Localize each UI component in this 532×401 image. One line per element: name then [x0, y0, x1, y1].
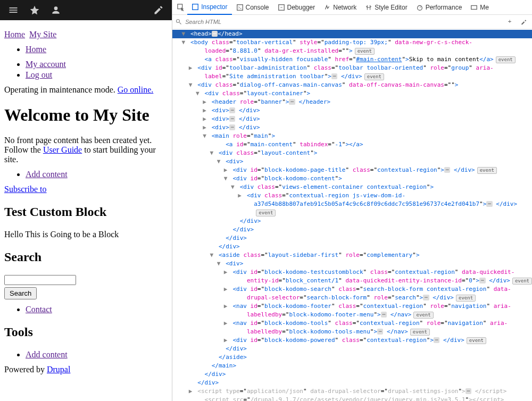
dom-row[interactable]: ▶ <nav id="block-kodomo-footer" class="c… [172, 302, 532, 311]
powered-link[interactable]: Drupal [47, 365, 70, 374]
dom-row[interactable]: ▼ <body class="toolbar-vertical" style="… [172, 38, 532, 47]
tools-add-content[interactable]: Add content [26, 350, 68, 359]
user-guide-link[interactable]: User Guide [43, 145, 82, 154]
rendered-page: Home My Site Home My account Log out Ope… [0, 0, 172, 401]
svg-point-6 [177, 19, 180, 22]
tab-console[interactable]: Console [232, 0, 273, 15]
element-picker-icon[interactable] [174, 0, 187, 15]
welcome-body: No front page content has been created y… [4, 136, 168, 164]
svg-rect-1 [193, 4, 198, 10]
dom-row[interactable]: </div> [172, 379, 532, 387]
tab-style-editor[interactable]: Style Editor [361, 0, 411, 15]
add-node-icon[interactable]: + [504, 16, 515, 27]
dom-row[interactable]: ▼ <head>⋯</head> [172, 30, 532, 38]
dom-row[interactable]: </main> [172, 362, 532, 370]
dom-row[interactable]: event [172, 208, 532, 217]
dom-row[interactable]: ▶ <div id="toolbar-administration" class… [172, 64, 532, 72]
dom-row[interactable]: a37d54b88b807afeb91c5b05af4c9c6c8f09c6dd… [172, 200, 532, 208]
maintenance-text: Operating in maintenance mode. [4, 85, 118, 94]
dom-row[interactable]: ▶ <div class="contextual-region js-view-… [172, 191, 532, 200]
admin-toolbar [0, 0, 172, 20]
dom-row[interactable]: ▶ <script type="application/json" data-d… [172, 387, 532, 396]
dom-row[interactable]: ▼ <div class="layout-container"> [172, 89, 532, 98]
breadcrumb-site[interactable]: My Site [29, 30, 56, 39]
search-input[interactable] [4, 275, 76, 285]
dom-tree[interactable]: ▼ <head>⋯</head> ▼ <body class="toolbar-… [172, 29, 532, 401]
dom-row[interactable]: ▶ <div id="block-kodomo-search" class="s… [172, 285, 532, 294]
svg-rect-2 [237, 4, 243, 10]
dom-row[interactable]: ▼ <div class="layout-content"> [172, 149, 532, 157]
dom-row[interactable]: ▼ <div> [172, 157, 532, 166]
tab-inspector[interactable]: Inspector [187, 0, 231, 15]
dom-row[interactable]: labelledby="block-kodomo-tools-menu">⋯ <… [172, 328, 532, 336]
dom-row[interactable]: </div> [172, 225, 532, 234]
nav-logout[interactable]: Log out [26, 70, 52, 79]
dom-row[interactable]: ▶ <div>⋯ </div> [172, 123, 532, 132]
tools-heading: Tools [4, 325, 168, 339]
dom-row[interactable]: </div> [172, 243, 532, 251]
dom-row[interactable]: ▶ <div>⋯ </div> [172, 115, 532, 123]
dom-row[interactable]: </div> [172, 370, 532, 379]
tab-performance[interactable]: Performance [412, 0, 467, 15]
breadcrumb: Home My Site [4, 30, 168, 39]
dom-row[interactable]: ▶ <div id="block-kodomo-powered" class="… [172, 336, 532, 345]
tab-more[interactable]: Me [466, 0, 493, 15]
custom-block-title: Test Custom Block [4, 205, 168, 219]
html-search-input[interactable] [185, 19, 501, 25]
dom-row[interactable]: drupal-selector="search-block-form" role… [172, 294, 532, 302]
dom-row[interactable]: ▼ <div class="views-element-container co… [172, 183, 532, 191]
star-icon[interactable] [26, 1, 44, 19]
powered-by: Powered by Drupal [4, 365, 168, 374]
nav-my-account[interactable]: My account [26, 60, 66, 69]
pencil-icon[interactable] [149, 1, 168, 19]
tab-debugger[interactable]: Debugger [273, 0, 320, 15]
dom-row[interactable]: loaded="8.881.0" data-gr-ext-installed="… [172, 47, 532, 55]
maintenance-notice: Operating in maintenance mode. Go online… [4, 85, 168, 95]
go-online-link[interactable]: Go online. [118, 85, 154, 94]
dom-row[interactable]: ▶ <div>⋯ </div> [172, 106, 532, 115]
dom-row[interactable]: label="Site administration toolbar">⋯ </… [172, 72, 532, 81]
user-nav: My account Log out [15, 60, 168, 80]
tools-nav: Add content [15, 350, 168, 360]
dom-row[interactable]: </div> [172, 217, 532, 225]
breadcrumb-home[interactable]: Home [4, 30, 25, 39]
dom-row[interactable]: ▼ <div id="block-kodomo-content"> [172, 174, 532, 183]
html-search-bar: + [172, 15, 532, 29]
dom-row[interactable]: ▶ <div id="block-kodomo-testcustomblock"… [172, 268, 532, 277]
subscribe-link[interactable]: Subscribe to [4, 185, 47, 194]
welcome-line2a: Follow the [4, 145, 43, 154]
add-content-link[interactable]: Add content [26, 170, 68, 179]
dom-row[interactable]: entity-id="block_content/1" data-quicked… [172, 277, 532, 285]
devtools-tabs: Inspector Console Debugger Network Style… [172, 0, 532, 15]
menu-icon[interactable] [4, 1, 22, 19]
dom-row[interactable]: ▶ <nav id="block-kodomo-tools" class="co… [172, 319, 532, 328]
dom-row[interactable]: </aside> [172, 353, 532, 362]
eyedropper-icon[interactable] [518, 16, 529, 27]
dom-row[interactable]: ▼ <main role="main"> [172, 132, 532, 140]
svg-rect-5 [471, 5, 477, 9]
dom-row[interactable]: </div> [172, 345, 532, 353]
dom-row[interactable]: ▶ <header role="banner">⋯ </header> [172, 98, 532, 106]
dom-row[interactable]: <a id="main-content" tabindex="-1"></a> [172, 140, 532, 149]
dom-row[interactable]: <a class="visually-hidden focusable" hre… [172, 55, 532, 64]
tab-network[interactable]: Network [319, 0, 361, 15]
search-button[interactable]: Search [4, 287, 37, 299]
powered-prefix: Powered by [4, 365, 47, 374]
dom-row[interactable]: ▶ <div id="block-kodomo-page-title" clas… [172, 166, 532, 174]
nav-contact[interactable]: Contact [26, 305, 52, 314]
primary-nav: Home [15, 45, 168, 54]
dom-row[interactable]: <script src="/drupal-9.1.7/core/assets/v… [172, 396, 532, 401]
custom-block-body: Hello This is Going to be a Block [4, 230, 168, 239]
dom-row[interactable]: ▼ <div class="dialog-off-canvas-main-can… [172, 81, 532, 89]
dom-row[interactable]: ▼ <aside class="layout-sidebar-first" ro… [172, 251, 532, 260]
add-content-list: Add content [15, 170, 168, 179]
search-form: Search [4, 275, 168, 299]
dom-row[interactable]: </div> [172, 234, 532, 243]
search-heading: Search [4, 250, 168, 264]
user-icon[interactable] [47, 1, 65, 19]
devtools-pane: Inspector Console Debugger Network Style… [172, 0, 532, 401]
footer-nav: Contact [15, 305, 168, 314]
dom-row[interactable]: ▼ <div> [172, 260, 532, 268]
dom-row[interactable]: labelledby="block-kodomo-footer-menu">⋯ … [172, 311, 532, 319]
nav-home[interactable]: Home [26, 45, 46, 54]
